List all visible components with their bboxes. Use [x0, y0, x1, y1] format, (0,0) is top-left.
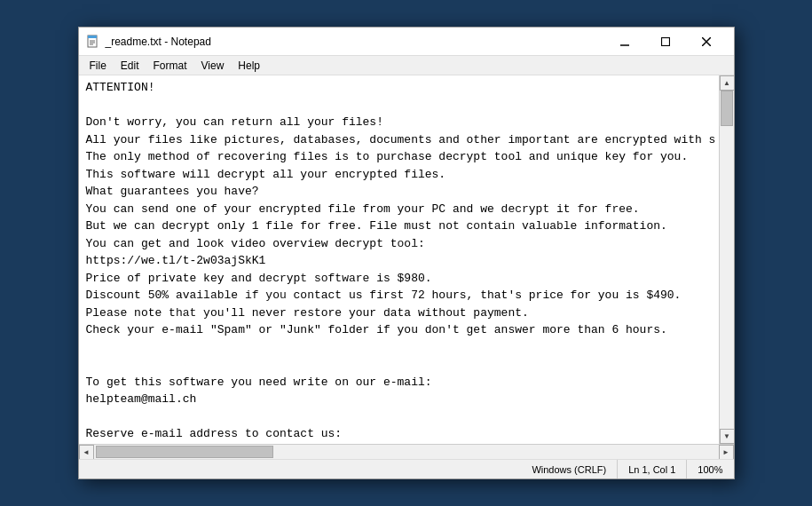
editor-area: ATTENTION! Don't worry, you can return a…: [79, 75, 734, 444]
vertical-scrollbar[interactable]: ▲ ▼: [719, 75, 734, 444]
menu-view[interactable]: View: [194, 58, 232, 74]
editor-text[interactable]: ATTENTION! Don't worry, you can return a…: [79, 75, 719, 444]
menu-format[interactable]: Format: [146, 58, 194, 74]
scroll-track-vertical[interactable]: [720, 91, 734, 429]
svg-rect-6: [661, 37, 669, 45]
minimize-button[interactable]: [604, 28, 645, 56]
menu-help[interactable]: Help: [231, 58, 267, 74]
scroll-right-arrow[interactable]: ►: [719, 445, 734, 460]
menu-edit[interactable]: Edit: [114, 58, 146, 74]
menubar: File Edit Format View Help: [79, 56, 734, 75]
statusbar-zoom: 100%: [687, 460, 733, 478]
app-icon: [86, 35, 100, 49]
close-button[interactable]: [686, 28, 727, 56]
statusbar: Windows (CRLF) Ln 1, Col 1 100%: [79, 459, 734, 478]
window-title: _readme.txt - Notepad: [106, 36, 604, 48]
statusbar-position: Ln 1, Col 1: [618, 460, 687, 478]
scroll-thumb-horizontal[interactable]: [96, 446, 273, 458]
scroll-up-arrow[interactable]: ▲: [720, 75, 734, 91]
titlebar: _readme.txt - Notepad: [79, 28, 734, 56]
scroll-left-arrow[interactable]: ◄: [79, 445, 94, 460]
svg-rect-1: [88, 36, 97, 38]
statusbar-line-ending: Windows (CRLF): [521, 460, 618, 478]
window-controls: [604, 28, 727, 56]
editor-content[interactable]: ATTENTION! Don't worry, you can return a…: [79, 75, 719, 444]
scroll-down-arrow[interactable]: ▼: [720, 429, 734, 444]
scroll-thumb-vertical[interactable]: [721, 91, 733, 126]
notepad-window: _readme.txt - Notepad File Edit Format V…: [78, 27, 735, 479]
menu-file[interactable]: File: [83, 58, 114, 74]
maximize-button[interactable]: [645, 28, 686, 56]
scroll-track-horizontal[interactable]: [94, 445, 719, 459]
horizontal-scrollbar[interactable]: ◄ ►: [79, 444, 734, 459]
